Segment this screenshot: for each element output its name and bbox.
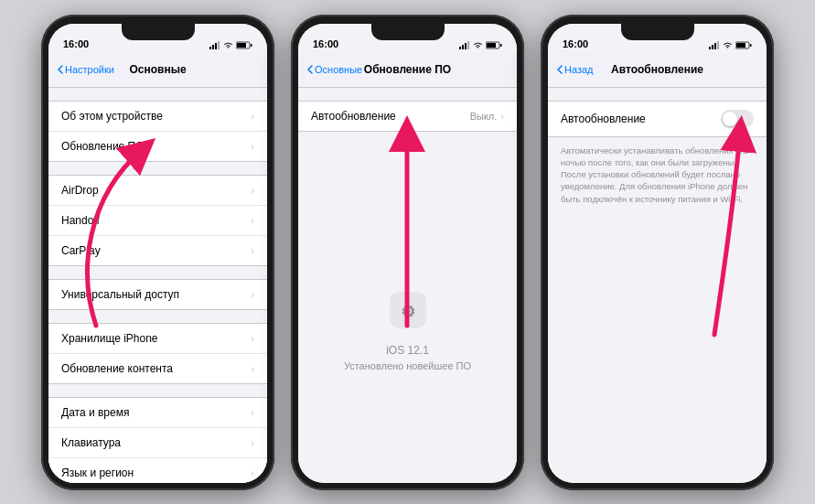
phone-2: 16:00 <box>291 15 524 490</box>
auto-update-toggle-row[interactable]: Автообновление <box>548 102 767 136</box>
description-text: Автоматически устанавливать обновления П… <box>548 137 767 212</box>
svg-rect-3 <box>218 41 220 49</box>
battery-icon-1 <box>236 41 252 49</box>
list-item[interactable]: Об этом устройстве › <box>48 102 267 132</box>
chevron-icon: › <box>251 141 254 152</box>
time-1: 16:00 <box>63 38 89 49</box>
svg-rect-18 <box>709 47 711 49</box>
svg-rect-9 <box>462 45 464 49</box>
notch-2 <box>371 24 445 40</box>
chevron-icon: › <box>251 245 254 256</box>
screen-1: 16:00 <box>48 24 267 483</box>
settings-group-1-4: Хранилище iPhone › Обновление контента › <box>48 323 267 384</box>
list-item[interactable]: Клавиатура › <box>48 428 267 458</box>
signal-icon-2 <box>459 41 470 49</box>
svg-rect-8 <box>459 47 461 49</box>
svg-rect-1 <box>212 45 214 49</box>
notch-1 <box>122 24 195 40</box>
list-item[interactable]: Обновление ПО › <box>48 132 267 161</box>
content-2: Автообновление Выкл. › ⚙ iOS 12.1 Устано… <box>298 88 517 483</box>
chevron-icon: › <box>251 215 254 226</box>
nav-bar-3: Назад Автообновление <box>548 53 767 88</box>
svg-rect-11 <box>467 41 469 49</box>
svg-rect-10 <box>465 43 466 49</box>
chevron-icon: › <box>251 467 254 478</box>
settings-group-1-5: Дата и время › Клавиатура › Язык и регио… <box>48 397 267 483</box>
chevron-icon: › <box>251 333 254 344</box>
status-icons-2 <box>459 41 502 49</box>
back-chevron-icon-1 <box>58 65 63 74</box>
chevron-icon: › <box>251 363 254 374</box>
wifi-icon-3 <box>723 41 733 49</box>
nav-title-2: Обновление ПО <box>364 63 451 76</box>
battery-icon-3 <box>735 41 752 49</box>
list-item[interactable]: Хранилище iPhone › <box>48 324 267 354</box>
screen-3: 16:00 <box>548 24 767 483</box>
svg-rect-14 <box>500 44 502 47</box>
content-3: Автообновление Автоматически устанавлива… <box>548 88 767 483</box>
phone-frame-2: 16:00 <box>291 15 524 490</box>
chevron-icon: › <box>251 185 254 196</box>
settings-group-3-1: Автообновление <box>548 101 767 137</box>
screen-2: 16:00 <box>298 24 517 483</box>
time-2: 16:00 <box>313 38 338 49</box>
update-message: Установлено новейшее ПО <box>344 360 471 371</box>
svg-rect-19 <box>712 45 713 49</box>
settings-group-1-1: Об этом устройстве › Обновление ПО › <box>48 101 267 162</box>
phone-3: 16:00 <box>541 15 774 490</box>
list-item[interactable]: Универсальный доступ › <box>48 280 267 309</box>
svg-rect-21 <box>717 41 719 49</box>
chevron-icon: › <box>500 111 504 122</box>
svg-rect-20 <box>714 43 716 49</box>
ios-update-icon: ⚙ <box>385 287 431 333</box>
signal-icon-3 <box>709 41 720 49</box>
list-item[interactable]: Обновление контента › <box>48 354 267 383</box>
list-item[interactable]: CarPlay › <box>48 236 267 265</box>
notch-3 <box>621 24 694 40</box>
status-icons-3 <box>709 41 752 49</box>
settings-group-1-2: AirDrop › Handoff › CarPlay › <box>48 175 267 266</box>
back-button-3[interactable]: Назад <box>557 64 594 75</box>
svg-rect-5 <box>237 43 246 48</box>
svg-rect-6 <box>251 44 252 47</box>
chevron-icon: › <box>251 437 254 448</box>
chevron-icon: › <box>251 111 254 122</box>
status-icons-1 <box>209 41 252 49</box>
list-item[interactable]: Handoff › <box>48 206 267 236</box>
chevron-icon: › <box>251 407 254 418</box>
list-item[interactable]: Язык и регион › <box>48 458 267 483</box>
list-item[interactable]: Дата и время › <box>48 398 267 428</box>
nav-bar-1: Настройки Основные <box>48 53 267 88</box>
chevron-icon: › <box>251 289 254 300</box>
auto-update-toggle[interactable] <box>721 110 754 128</box>
nav-bar-2: Основные Обновление ПО <box>298 53 517 88</box>
svg-rect-24 <box>750 44 752 47</box>
nav-title-3: Автообновление <box>611 63 703 76</box>
back-chevron-icon-3 <box>557 65 563 74</box>
svg-rect-0 <box>209 47 211 49</box>
svg-rect-13 <box>487 43 496 48</box>
list-item[interactable]: AirDrop › <box>48 176 267 206</box>
wifi-icon-2 <box>473 41 483 49</box>
phone-1: 16:00 <box>41 15 274 490</box>
battery-icon-2 <box>486 41 502 49</box>
row-right: Выкл. › <box>470 111 504 122</box>
svg-rect-2 <box>215 43 217 49</box>
svg-text:⚙: ⚙ <box>401 303 415 321</box>
phone-frame-1: 16:00 <box>41 15 274 490</box>
back-button-2[interactable]: Основные <box>307 64 362 75</box>
back-chevron-icon-2 <box>307 65 313 74</box>
phone-frame-3: 16:00 <box>541 15 774 490</box>
update-version: iOS 12.1 <box>386 344 429 357</box>
signal-icon-1 <box>209 41 220 49</box>
wifi-icon-1 <box>223 41 233 49</box>
time-3: 16:00 <box>563 38 588 49</box>
content-1: Об этом устройстве › Обновление ПО › Air… <box>48 88 267 483</box>
settings-group-1-3: Универсальный доступ › <box>48 279 267 310</box>
settings-group-2-1: Автообновление Выкл. › <box>298 101 517 132</box>
svg-rect-23 <box>736 43 745 48</box>
auto-update-row[interactable]: Автообновление Выкл. › <box>298 102 517 131</box>
back-button-1[interactable]: Настройки <box>58 64 114 75</box>
nav-title-1: Основные <box>129 63 186 76</box>
update-center: ⚙ iOS 12.1 Установлено новейшее ПО <box>298 132 517 483</box>
